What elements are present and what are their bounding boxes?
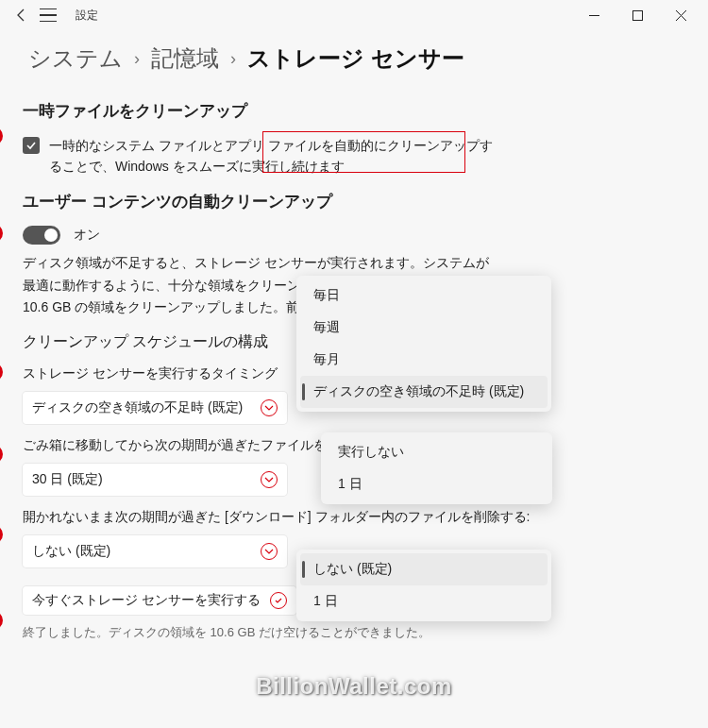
recycle-dropdown-flyout: 実行しない 1 日 (321, 432, 552, 504)
download-option-selected[interactable]: しない (既定) (300, 553, 548, 585)
auto-cleanup-toggle-label: オン (74, 227, 100, 244)
download-value: しない (既定) (32, 543, 110, 560)
section-temp-files-title: 一時ファイルをクリーンアップ (23, 100, 680, 122)
chevron-down-icon (261, 399, 278, 416)
download-dropdown-flyout: しない (既定) 1 日 (296, 550, 551, 621)
download-option[interactable]: 1 日 (300, 585, 548, 618)
timing-dropdown-flyout: 毎日 毎週 毎月 ディスクの空き領域の不足時 (既定) (296, 276, 551, 412)
timing-option-selected[interactable]: ディスクの空き領域の不足時 (既定) (300, 376, 548, 408)
chevron-down-icon (261, 543, 278, 560)
recycle-value: 30 日 (既定) (32, 471, 103, 488)
recycle-option[interactable]: 1 日 (325, 468, 548, 500)
annotation-badge-1: 1 (0, 127, 3, 145)
window-title: 設定 (76, 8, 98, 24)
annotation-badge-2: 2 (0, 224, 3, 243)
section-user-content-title: ユーザー コンテンツの自動クリーンアップ (23, 191, 680, 212)
recycle-combobox[interactable]: 30 日 (既定) (23, 464, 287, 496)
timing-option[interactable]: 毎月 (300, 344, 548, 376)
chevron-down-icon (261, 471, 278, 488)
breadcrumb-storage[interactable]: 記憶域 (151, 43, 219, 74)
check-circle-icon (270, 592, 287, 609)
annotation-badge-5: 5 (0, 525, 3, 544)
breadcrumb-current: ストレージ センサー (247, 43, 464, 74)
annotation-badge-6: 6 (0, 611, 3, 630)
run-now-button[interactable]: 今すぐストレージ センサーを実行する (23, 586, 296, 615)
timing-option[interactable]: 毎週 (300, 312, 548, 344)
timing-value: ディスクの空き領域の不足時 (既定) (32, 399, 243, 416)
close-button[interactable] (659, 0, 702, 30)
temp-files-checkbox[interactable] (23, 137, 40, 154)
auto-cleanup-toggle[interactable] (23, 226, 60, 245)
minimize-button[interactable] (572, 0, 615, 30)
breadcrumb: システム › 記憶域 › ストレージ センサー (0, 30, 708, 83)
titlebar: 設定 (0, 0, 708, 30)
svg-rect-1 (632, 10, 642, 20)
timing-combobox[interactable]: ディスクの空き領域の不足時 (既定) (23, 392, 287, 424)
watermark: BillionWallet.com (0, 673, 708, 700)
timing-option[interactable]: 毎日 (300, 279, 548, 312)
chevron-right-icon: › (230, 49, 236, 69)
back-button[interactable] (13, 7, 30, 24)
recycle-option[interactable]: 実行しない (325, 436, 548, 468)
download-combobox[interactable]: しない (既定) (23, 535, 287, 567)
maximize-button[interactable] (615, 0, 659, 30)
annotation-badge-4: 4 (0, 445, 3, 464)
menu-icon[interactable] (40, 8, 57, 22)
chevron-right-icon: › (134, 49, 140, 69)
download-label: 開かれないまま次の期間が過ぎた [ダウンロード] フォルダー内のファイルを削除す… (23, 509, 680, 526)
temp-files-description: 一時的なシステム ファイルとアプリ ファイルを自動的にクリーンアップすることで、… (49, 135, 493, 178)
run-result-text: 終了しました。ディスクの領域を 10.6 GB だけ空けることができました。 (23, 624, 680, 641)
breadcrumb-system[interactable]: システム (28, 43, 123, 74)
run-now-label: 今すぐストレージ センサーを実行する (32, 592, 261, 609)
annotation-badge-3: 3 (0, 363, 3, 381)
